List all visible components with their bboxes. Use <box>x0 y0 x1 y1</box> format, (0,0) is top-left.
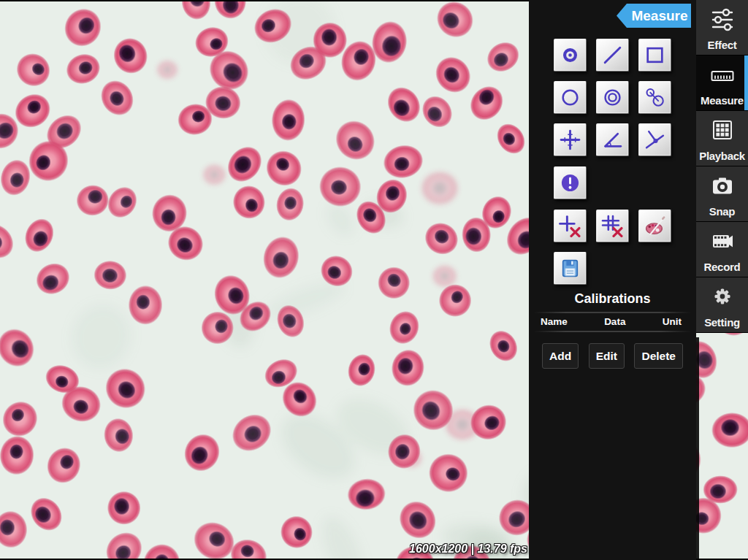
tool-delete-all-measurements-button[interactable] <box>596 210 629 242</box>
sidebar-item-playback[interactable]: Playback <box>696 111 748 166</box>
measure-tag-label: Measure <box>628 4 691 28</box>
measure-panel-tag[interactable]: Measure <box>617 4 691 28</box>
tool-info-button[interactable] <box>554 166 587 199</box>
tool-color-palette-button[interactable] <box>638 210 671 242</box>
tool-delete-measurement-button[interactable] <box>554 210 587 242</box>
measure-tool-panel: Measure <box>529 0 696 560</box>
tool-point-button[interactable] <box>554 39 587 72</box>
calibrations-actions: Add Edit Delete <box>529 343 696 369</box>
separator <box>535 312 690 313</box>
nav-sidebar: Effect Measure <box>696 0 748 337</box>
concentric-circles-tool-icon <box>601 86 624 109</box>
sidebar-item-snap[interactable]: Snap <box>696 166 748 222</box>
grid-thumbnails-icon <box>709 117 736 146</box>
edit-calibration-button[interactable]: Edit <box>589 343 625 369</box>
calibrations-title: Calibrations <box>529 291 696 307</box>
tool-angle-button[interactable] <box>596 123 629 156</box>
three-point-angle-tool-icon <box>644 129 666 151</box>
separator <box>535 331 690 332</box>
tool-two-circles-button[interactable] <box>638 81 671 114</box>
camera-icon <box>709 172 736 202</box>
cross-tool-icon <box>559 129 581 151</box>
sidebar-item-label: Setting <box>704 316 740 329</box>
sidebar-item-measure[interactable]: Measure <box>696 55 748 111</box>
tool-rectangle-button[interactable] <box>638 39 671 72</box>
angle-tool-icon <box>601 129 624 151</box>
tool-concentric-circles-button[interactable] <box>596 81 629 114</box>
tool-save-button[interactable] <box>554 252 587 285</box>
exclamation-info-icon <box>559 172 581 194</box>
column-name: Name <box>541 316 568 327</box>
stream-resolution-fps: 1600x1200 | 13.79 fps <box>409 542 527 556</box>
sliders-icon <box>709 6 736 35</box>
gear-icon <box>709 283 736 312</box>
ruler-icon <box>709 61 736 91</box>
tool-cross-button[interactable] <box>554 123 587 156</box>
tool-three-point-angle-button[interactable] <box>638 123 671 156</box>
tool-circle-button[interactable] <box>554 81 587 114</box>
calibrations-list-header: Name Data Unit <box>529 316 696 327</box>
column-data: Data <box>604 316 625 327</box>
delete-calibration-button[interactable]: Delete <box>634 343 683 369</box>
save-floppy-icon <box>559 257 581 280</box>
delete-measurement-icon <box>559 215 581 237</box>
sidebar-item-label: Playback <box>699 150 745 162</box>
two-circles-tool-icon <box>644 86 666 109</box>
color-palette-icon <box>644 215 666 237</box>
line-tool-icon <box>601 44 624 66</box>
sidebar-item-label: Measure <box>701 94 744 107</box>
sidebar-item-record[interactable]: Record <box>696 222 748 277</box>
sidebar-item-effect[interactable]: Effect <box>696 0 748 55</box>
circle-tool-icon <box>559 86 581 109</box>
sidebar-item-label: Record <box>704 261 741 273</box>
rectangle-tool-icon <box>644 44 666 66</box>
panel-edge-shadow <box>696 337 699 560</box>
point-tool-icon <box>559 44 581 66</box>
add-calibration-button[interactable]: Add <box>542 343 579 369</box>
sidebar-item-label: Snap <box>709 205 735 218</box>
sidebar-item-label: Effect <box>708 39 737 51</box>
delete-all-measurements-icon <box>601 215 624 237</box>
film-record-icon <box>709 228 736 257</box>
app-window: 1600x1200 | 13.79 fps Measure <box>0 0 748 560</box>
sidebar-item-setting[interactable]: Setting <box>696 277 748 333</box>
tool-line-button[interactable] <box>596 39 629 72</box>
column-unit: Unit <box>663 316 682 327</box>
